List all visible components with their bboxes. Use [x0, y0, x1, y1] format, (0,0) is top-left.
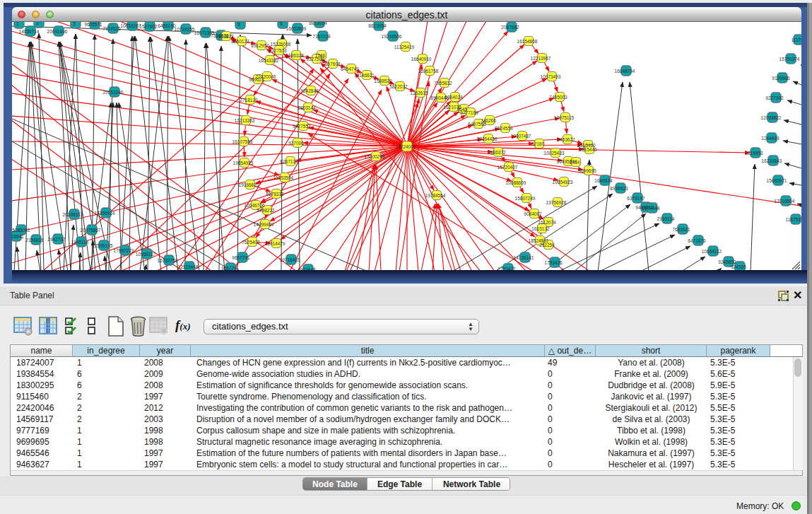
svg-text:17957223: 17957223 — [114, 248, 134, 253]
svg-text:11353594: 11353594 — [273, 175, 294, 180]
svg-text:5822037: 5822037 — [389, 84, 408, 89]
svg-text:16782759: 16782759 — [158, 258, 178, 263]
svg-text:15720407: 15720407 — [498, 165, 518, 170]
svg-text:7914525: 7914525 — [102, 26, 121, 31]
svg-text:15226058: 15226058 — [271, 42, 291, 47]
svg-text:8938923: 8938923 — [610, 186, 628, 191]
svg-text:1244419: 1244419 — [761, 136, 779, 141]
svg-text:9605571: 9605571 — [84, 22, 102, 27]
svg-text:9463627: 9463627 — [557, 137, 575, 142]
svg-text:989621: 989621 — [249, 77, 264, 82]
svg-text:6379197: 6379197 — [627, 196, 645, 201]
svg-text:7357224: 7357224 — [312, 34, 331, 39]
svg-text:9227342: 9227342 — [765, 95, 784, 100]
svg-text:19716485: 19716485 — [280, 257, 300, 262]
svg-text:1: 1 — [16, 22, 19, 26]
svg-text:10958117: 10958117 — [136, 252, 156, 257]
svg-text:10688609: 10688609 — [506, 180, 526, 185]
svg-text:16154808: 16154808 — [517, 39, 538, 44]
svg-text:1615132: 1615132 — [531, 226, 550, 231]
svg-text:9242848: 9242848 — [300, 88, 319, 93]
svg-text:1145114: 1145114 — [71, 240, 89, 245]
svg-text:9777169: 9777169 — [460, 110, 478, 115]
svg-text:19756928: 19756928 — [546, 200, 567, 205]
svg-text:6497568: 6497568 — [468, 122, 486, 127]
svg-text:6466160: 6466160 — [158, 23, 176, 28]
svg-text:8186328: 8186328 — [286, 53, 304, 58]
svg-text:16543382: 16543382 — [259, 58, 279, 63]
svg-text:9657791: 9657791 — [232, 255, 250, 260]
svg-text:8454749: 8454749 — [341, 66, 359, 71]
svg-text:8960123: 8960123 — [231, 39, 249, 44]
svg-text:7625402: 7625402 — [242, 240, 260, 245]
svg-text:20364436: 20364436 — [477, 136, 498, 141]
svg-text:9129966: 9129966 — [772, 76, 790, 81]
svg-text:15692971: 15692971 — [767, 178, 787, 183]
svg-text:1612074: 1612074 — [538, 220, 556, 225]
svg-text:5498222: 5498222 — [257, 208, 275, 213]
svg-text:1974444: 1974444 — [642, 206, 660, 211]
svg-text:1640934: 1640934 — [594, 178, 613, 183]
svg-text:7485003: 7485003 — [549, 95, 567, 100]
svg-text:2867608: 2867608 — [322, 62, 341, 66]
svg-text:2803144: 2803144 — [298, 105, 316, 110]
svg-text:19384554: 19384554 — [425, 193, 446, 198]
svg-text:2087682: 2087682 — [501, 25, 519, 30]
svg-text:8678332: 8678332 — [266, 192, 284, 197]
svg-text:12213967: 12213967 — [531, 56, 551, 61]
svg-text:1971648: 1971648 — [298, 267, 316, 271]
svg-text:12923448: 12923448 — [178, 264, 199, 269]
svg-text:1362615: 1362615 — [410, 90, 428, 95]
svg-text:2718120: 2718120 — [240, 98, 258, 103]
svg-text:17359924: 17359924 — [95, 211, 115, 216]
svg-text:2: 2 — [36, 22, 39, 25]
svg-text:9084067: 9084067 — [524, 211, 542, 216]
svg-text:15300295: 15300295 — [365, 154, 385, 159]
svg-text:8414: 8414 — [570, 160, 580, 165]
svg-text:8912954: 8912954 — [251, 43, 269, 48]
svg-text:16648794: 16648794 — [615, 69, 635, 74]
svg-text:2935114: 2935114 — [657, 216, 675, 221]
svg-text:8267130: 8267130 — [280, 159, 298, 164]
svg-text:10973493: 10973493 — [541, 74, 561, 79]
svg-text:252254: 252254 — [539, 243, 555, 247]
svg-text:10025433: 10025433 — [544, 151, 565, 156]
svg-text:3: 3 — [73, 22, 76, 26]
svg-text:20975867: 20975867 — [81, 228, 101, 233]
svg-text:1167531: 1167531 — [786, 217, 801, 222]
svg-text:16640910: 16640910 — [411, 57, 432, 62]
svg-text:14099489: 14099489 — [254, 222, 274, 227]
svg-text:12975115: 12975115 — [554, 115, 575, 120]
svg-text:16107553: 16107553 — [233, 139, 253, 144]
svg-text:16914479: 16914479 — [265, 241, 286, 246]
svg-text:6: 6 — [280, 22, 283, 26]
svg-text:10654112: 10654112 — [702, 249, 722, 254]
svg-text:14136141: 14136141 — [514, 255, 534, 260]
svg-text:9427552: 9427552 — [293, 124, 311, 129]
svg-text:3624554: 3624554 — [495, 126, 513, 131]
svg-text:16053809: 16053809 — [286, 26, 307, 31]
svg-text:7663822: 7663822 — [216, 34, 234, 39]
svg-text:924565: 924565 — [731, 264, 746, 269]
svg-text:9327508: 9327508 — [306, 57, 324, 62]
svg-text:9327503: 9327503 — [269, 48, 287, 53]
svg-text:16210643: 16210643 — [762, 158, 782, 163]
svg-text:15807249: 15807249 — [515, 196, 536, 201]
svg-text:2156819: 2156819 — [25, 238, 44, 243]
svg-text:8990448: 8990448 — [430, 95, 449, 100]
svg-text:20206513: 20206513 — [63, 212, 83, 217]
svg-text:19654925: 19654925 — [233, 160, 254, 165]
svg-text:12093822: 12093822 — [761, 115, 782, 120]
svg-text:2942737: 2942737 — [47, 237, 66, 242]
svg-text:8: 8 — [237, 22, 240, 27]
svg-text:10046706: 10046706 — [245, 203, 265, 208]
svg-text:1753426: 1753426 — [544, 260, 563, 265]
svg-text:12213363: 12213363 — [235, 118, 255, 123]
svg-text:8471676: 8471676 — [688, 238, 706, 243]
svg-text:7632621: 7632621 — [672, 227, 690, 232]
svg-text:11325419: 11325419 — [394, 45, 415, 49]
svg-text:1588520: 1588520 — [374, 78, 392, 83]
svg-text:9515440: 9515440 — [579, 147, 597, 152]
svg-text:8813054: 8813054 — [309, 22, 327, 25]
svg-text:19166825: 19166825 — [239, 182, 259, 187]
